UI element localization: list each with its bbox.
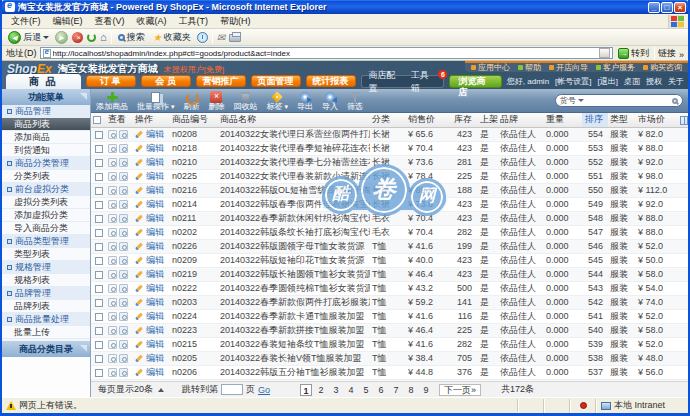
sidebar-item[interactable]: 虚拟分类列表 — [2, 196, 90, 209]
page-button[interactable]: 7 — [390, 384, 402, 396]
toolbar-button[interactable]: 删除 — [208, 91, 224, 111]
nav-button[interactable]: 统计报表 — [306, 75, 356, 87]
print-icon[interactable] — [229, 34, 241, 42]
header-price[interactable]: 销售价 — [406, 113, 450, 127]
image-icon[interactable] — [119, 270, 128, 279]
image-icon[interactable] — [119, 284, 128, 293]
per-page-caret-icon[interactable] — [158, 388, 164, 392]
preview-icon[interactable] — [108, 158, 117, 167]
sidebar-item[interactable]: 添加商品 — [2, 131, 90, 144]
menu-item[interactable]: 工具(T) — [174, 14, 214, 29]
row-checkbox[interactable] — [95, 257, 103, 265]
history-icon[interactable] — [197, 32, 208, 43]
image-icon[interactable] — [119, 326, 128, 335]
nav-button[interactable]: 营销推广 — [196, 75, 246, 87]
image-icon[interactable] — [119, 256, 128, 265]
page-button[interactable]: 3 — [330, 384, 342, 396]
image-icon[interactable] — [119, 200, 128, 209]
cell-product-name[interactable]: 20140322春装短袖条纹T恤服装加盟 — [218, 337, 370, 351]
cell-product-name[interactable]: 20140322女装代理春装新款小清新连衣裙 — [218, 169, 370, 183]
image-icon[interactable] — [119, 312, 128, 321]
header-top-link[interactable]: 应用中心 — [471, 62, 510, 73]
search-icon[interactable] — [672, 98, 678, 104]
minimize-button[interactable]: _ — [648, 2, 660, 13]
nav-button[interactable]: 页面管理 — [251, 75, 301, 87]
header-category[interactable]: 分类 — [370, 113, 406, 127]
header-top-link[interactable]: 客户服务 — [596, 62, 635, 73]
sidebar-item[interactable]: 规格管理 — [2, 261, 90, 274]
row-checkbox[interactable] — [95, 285, 103, 293]
preview-icon[interactable] — [108, 200, 117, 209]
edit-link[interactable]: 编辑 — [146, 282, 164, 295]
sidebar-item[interactable]: 规格列表 — [2, 274, 90, 287]
close-button[interactable]: × — [674, 2, 686, 13]
header-top-link[interactable]: 开店向导 — [549, 62, 588, 73]
search-input[interactable] — [586, 96, 670, 106]
menu-item[interactable]: 收藏(A) — [132, 14, 172, 29]
preview-icon[interactable] — [108, 284, 117, 293]
edit-link[interactable]: 编辑 — [146, 184, 164, 197]
sidebar-item[interactable]: 商品类型管理 — [2, 235, 90, 248]
page-button[interactable]: 9 — [420, 384, 432, 396]
row-checkbox[interactable] — [95, 131, 103, 139]
cell-product-name[interactable]: 20140322韩版五分袖T恤衫服装加盟 — [218, 365, 370, 379]
account-link[interactable]: 桌面 — [624, 76, 640, 87]
row-checkbox[interactable] — [95, 173, 103, 181]
maximize-button[interactable]: □ — [661, 2, 673, 13]
sidebar-item[interactable]: 添加虚拟分类 — [2, 209, 90, 222]
edit-link[interactable]: 编辑 — [146, 128, 164, 141]
sidebar-item[interactable]: 商品批量处理 — [2, 313, 90, 326]
warning-icon[interactable] — [6, 401, 16, 410]
search-button[interactable]: 搜索 — [116, 31, 147, 44]
header-top-link[interactable]: 帮助 — [518, 62, 541, 73]
edit-link[interactable]: 编辑 — [146, 254, 164, 267]
image-icon[interactable] — [119, 214, 128, 223]
header-sku[interactable]: 商品编号 — [170, 113, 218, 127]
preview-icon[interactable] — [108, 312, 117, 321]
sidebar-item[interactable]: 到货通知 — [2, 144, 90, 157]
cell-product-name[interactable]: 20140322春装长袖V领T恤服装加盟 — [218, 351, 370, 365]
header-stock[interactable]: 库存 — [450, 113, 478, 127]
row-checkbox[interactable] — [95, 229, 103, 237]
edit-link[interactable]: 编辑 — [146, 310, 164, 323]
preview-icon[interactable] — [108, 256, 117, 265]
sidebar-item[interactable]: 批量上传 — [2, 326, 90, 339]
edit-link[interactable]: 编辑 — [146, 240, 164, 253]
header-top-link[interactable]: 购买咨询 — [643, 62, 682, 73]
browse-store-button[interactable]: 浏览商店 — [449, 75, 501, 88]
cell-product-name[interactable]: 20140322韩版OL短袖雪纺百褶裙子淘宝代理 — [218, 183, 370, 197]
toolbar-button[interactable]: 筛选 — [347, 91, 363, 111]
header-brand[interactable]: 品牌 — [498, 113, 544, 127]
sidebar-item[interactable]: 导入商品分类 — [2, 222, 90, 235]
cell-product-name[interactable]: 20140322韩版短袖印花T恤女装货源 — [218, 253, 370, 267]
preview-icon[interactable] — [108, 214, 117, 223]
preview-icon[interactable] — [108, 144, 117, 153]
preview-icon[interactable] — [108, 172, 117, 181]
edit-link[interactable]: 编辑 — [146, 296, 164, 309]
image-icon[interactable] — [119, 130, 128, 139]
cell-product-name[interactable]: 20140322韩版圆领字母T恤女装货源 — [218, 239, 370, 253]
sidebar-item[interactable]: 品牌管理 — [2, 287, 90, 300]
row-checkbox[interactable] — [95, 327, 103, 335]
cell-product-name[interactable]: 20140322春季新款拼接T恤服装加盟 — [218, 323, 370, 337]
row-checkbox[interactable] — [95, 313, 103, 321]
page-button[interactable]: 4 — [345, 384, 357, 396]
header-weight[interactable]: 重量 — [544, 113, 582, 127]
row-checkbox[interactable] — [95, 299, 103, 307]
row-checkbox[interactable] — [95, 243, 103, 251]
cell-product-name[interactable]: 20140322女装代理春季短袖碎花连衣裙子 — [218, 141, 370, 155]
stop-icon[interactable] — [72, 32, 83, 43]
sidebar-item[interactable]: 类型列表 — [2, 248, 90, 261]
edit-link[interactable]: 编辑 — [146, 142, 164, 155]
image-icon[interactable] — [119, 242, 128, 251]
row-checkbox[interactable] — [95, 369, 103, 377]
page-button[interactable]: 5 — [360, 384, 372, 396]
preview-icon[interactable] — [108, 242, 117, 251]
image-icon[interactable] — [119, 228, 128, 237]
back-button[interactable]: 后退 — [6, 31, 51, 44]
row-checkbox[interactable] — [95, 215, 103, 223]
preview-icon[interactable] — [108, 298, 117, 307]
page-button[interactable]: 8 — [405, 384, 417, 396]
cell-product-name[interactable]: 20140322春季新款休闲针织衫淘宝代理 — [218, 211, 370, 225]
sidebar-item[interactable]: 商品分类管理 — [2, 157, 90, 170]
